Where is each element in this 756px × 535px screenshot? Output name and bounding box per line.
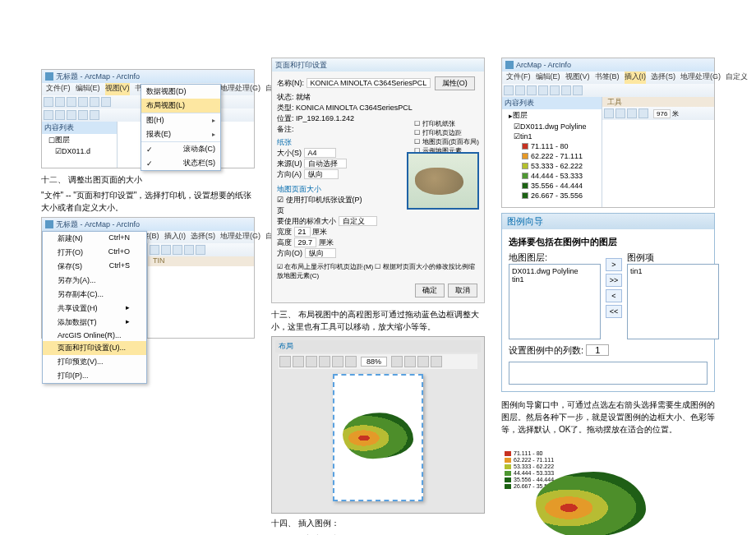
- tools-header: 工具: [602, 97, 714, 107]
- legend-wizard: 图例向导 选择要包括在图例中的图层 地图图层: DX011.dwg Polyli…: [501, 213, 715, 392]
- toc-layers[interactable]: ☐ 图层: [42, 134, 117, 146]
- menu-share[interactable]: 共享设置(H)▸: [43, 302, 146, 316]
- menu-scrollbar[interactable]: ✓ 滚动条(C): [141, 141, 220, 156]
- wizard-preview: [509, 362, 708, 385]
- menu-geoproc: 地理处理(G): [220, 83, 260, 95]
- file-dropdown: 新建(N)Ctrl+N 打开(O)Ctrl+O 保存(S)Ctrl+S 另存为(…: [42, 231, 147, 384]
- menu-new[interactable]: 新建(N)Ctrl+N: [43, 232, 146, 246]
- scale-input[interactable]: 976: [653, 109, 671, 118]
- zoom-select[interactable]: 88%: [361, 357, 387, 367]
- props-button[interactable]: 属性(O): [435, 76, 475, 90]
- menu-pagesetup[interactable]: 页面和打印设置(U)...: [43, 341, 146, 355]
- step15: 图例向导窗口中，可通过点选左右箭头选择需要生成图例的图层。然后各种下一步，就是设…: [501, 399, 715, 436]
- title-bar-2: 无标题 - ArcMap - ArcInfo: [42, 218, 254, 231]
- menu-report[interactable]: 报表(E): [141, 127, 220, 141]
- title-bar-3: ArcMap - ArcInfo: [502, 58, 714, 71]
- arrow-right[interactable]: >: [606, 258, 622, 271]
- menu-view: 视图(V): [105, 83, 130, 95]
- step14-title: 十四、 插入图例：: [271, 517, 485, 529]
- arrow-left-all[interactable]: <<: [606, 305, 622, 318]
- menu-print[interactable]: 打印(P)...: [43, 369, 146, 383]
- arrow-buttons: > >> < <<: [606, 258, 622, 321]
- screenshot-arcmap-viewmenu: 无标题 - ArcMap - ArcInfo 文件(F)编辑(E) 视图(V)书…: [41, 69, 255, 168]
- map-layers-list[interactable]: DX011.dwg Polylinetin1: [509, 264, 601, 339]
- step12-title: 十二、 调整出图页面的大小: [41, 173, 255, 186]
- view-dropdown: 数据视图(D) 布局视图(L) 图(H) 报表(E) ✓ 滚动条(C) ✓ 状态…: [141, 84, 221, 171]
- print-dialog: 页面和打印设置 名称(N): KONICA MINOLTA C364Series…: [271, 58, 485, 303]
- arrow-left[interactable]: <: [606, 289, 622, 302]
- menu-layout-view[interactable]: 布局视图(L): [141, 99, 220, 113]
- screenshot-arcmap-insert: ArcMap - ArcInfo 文件(F)编辑(E)视图(V) 书签(B)插入…: [501, 58, 715, 208]
- tool-icon[interactable]: [279, 356, 291, 367]
- layout-view: 布局 88%: [271, 336, 485, 514]
- layout-toolbar: 88%: [279, 354, 477, 369]
- contour-graphic-2: [536, 472, 646, 535]
- contour-graphic: [343, 413, 413, 459]
- lbl-name: 名称(N):: [277, 79, 304, 87]
- toc-header: 内容列表: [42, 122, 117, 134]
- val-name: KONICA MINOLTA C364SeriesPCL: [307, 78, 431, 88]
- menu-printpreview[interactable]: 打印预览(V)...: [43, 355, 146, 369]
- right-label: 图例项: [627, 251, 719, 264]
- menu-signin[interactable]: ArcGIS Online(R)...: [43, 330, 146, 341]
- toc-panel: 内容列表 ☐ 图层 ☑ DX011.d: [42, 122, 118, 168]
- app-title: 无标题 - ArcMap - ArcInfo: [56, 71, 140, 82]
- menu-data-view[interactable]: 数据视图(D): [141, 85, 220, 99]
- preview-label: 设置图例中的列数:: [509, 345, 583, 355]
- layout-label: 布局: [275, 340, 481, 353]
- arrow-right-all[interactable]: >>: [606, 274, 622, 287]
- print-dialog-body: 名称(N): KONICA MINOLTA C364SeriesPCL 属性(O…: [272, 71, 484, 302]
- title-bar: 无标题 - ArcMap - ArcInfo: [42, 70, 254, 83]
- col-count[interactable]: 1: [586, 344, 609, 356]
- menu-bar-3[interactable]: 文件(F)编辑(E)视图(V) 书签(B)插入(I) 选择(S)地理处理(G)自…: [502, 71, 714, 84]
- menu-edit: 编辑(E): [76, 83, 100, 95]
- legend-result-figure: 71.111 - 80 62.222 - 71.111 53.333 - 62.…: [501, 444, 666, 535]
- screenshot-arcmap-filemenu: 无标题 - ArcMap - ArcInfo 文件(F)编辑(E) 视图(V)书…: [41, 217, 255, 339]
- map-preview: [407, 152, 479, 210]
- legend-items-list[interactable]: tin1: [627, 264, 719, 339]
- menu-open[interactable]: 打开(O)Ctrl+O: [43, 246, 146, 260]
- menu-adddata[interactable]: 添加数据(T)▸: [43, 316, 146, 330]
- menu-savecopy[interactable]: 另存副本(C)...: [43, 288, 146, 302]
- toc-item[interactable]: ☑ DX011.d: [42, 146, 117, 156]
- menu-statusbar[interactable]: ✓ 状态栏(S): [141, 156, 220, 170]
- menu-saveas[interactable]: 另存为(A)...: [43, 274, 146, 288]
- menu-graph[interactable]: 图(H): [141, 113, 220, 127]
- wizard-chrome: 图例向导: [502, 214, 714, 229]
- wizard-title: 选择要包括在图例中的图层: [509, 236, 708, 248]
- print-dialog-title: 页面和打印设置: [272, 58, 484, 71]
- menu-save[interactable]: 保存(S)Ctrl+S: [43, 260, 146, 274]
- ok-button[interactable]: 确定: [415, 284, 445, 297]
- left-label: 地图图层:: [509, 251, 601, 264]
- step13: 十三、 布局视图中的高程图形可通过拖动蓝色边框调整大小，这里也有工具可以移动，放…: [271, 308, 485, 333]
- page-preview[interactable]: [333, 374, 423, 501]
- step12-body: "文件" -- "页面和打印设置"，选择打印机，设置想要的纸张大小或者自定义大小…: [41, 189, 255, 214]
- menu-file: 文件(F): [46, 83, 71, 95]
- layers-panel: 内容列表 ▸ 图层 ☑ DX011.dwg Polyline ☑ tin1 71…: [502, 97, 602, 207]
- cancel-button[interactable]: 取消: [448, 284, 477, 297]
